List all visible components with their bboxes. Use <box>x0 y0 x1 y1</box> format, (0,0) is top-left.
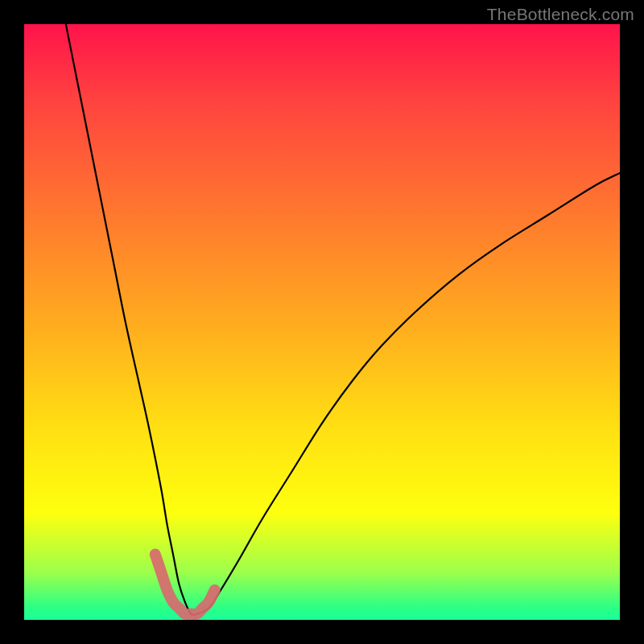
chart-svg <box>24 24 620 620</box>
outer-frame: TheBottleneck.com <box>0 0 644 644</box>
watermark-text: TheBottleneck.com <box>487 5 634 24</box>
plot-area <box>24 24 620 620</box>
highlight-band <box>155 555 215 615</box>
bottleneck-curve <box>66 24 620 615</box>
